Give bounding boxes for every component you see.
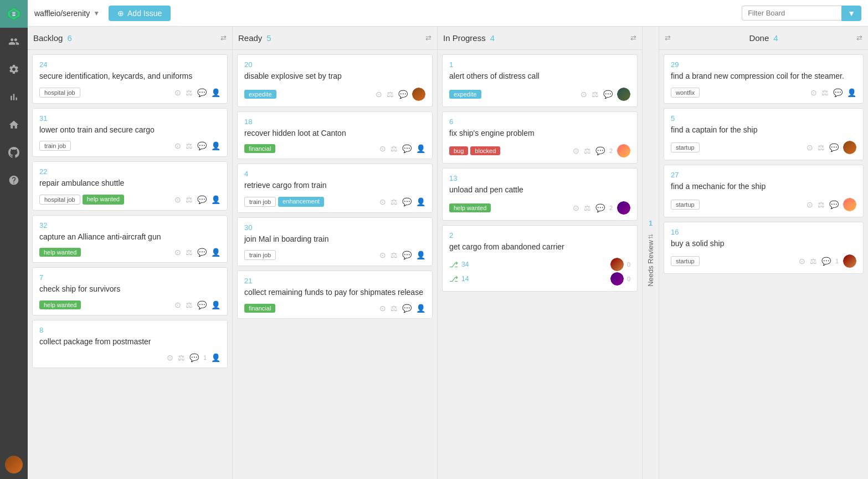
card-30[interactable]: 30 join Mal in boarding train train job … <box>237 217 433 267</box>
card-20[interactable]: 20 disable explosive set by trap expedit… <box>237 54 433 107</box>
card-27[interactable]: 27 find a mechanic for the ship startup … <box>664 165 864 217</box>
filter-button[interactable]: ▼ <box>841 6 861 21</box>
scale-icon[interactable]: ⚖ <box>186 248 193 257</box>
label-bug[interactable]: bug <box>449 146 468 155</box>
comment-icon[interactable]: 💬 <box>829 200 839 209</box>
comment-icon[interactable]: 💬 <box>197 300 207 309</box>
sidebar-help-icon[interactable] <box>0 166 28 194</box>
github-icon[interactable]: ⊙ <box>379 144 386 153</box>
scale-icon[interactable]: ⚖ <box>584 146 591 155</box>
comment-icon[interactable]: 💬 <box>833 88 843 97</box>
label-blocked[interactable]: blocked <box>470 146 500 155</box>
comment-icon[interactable]: 💬 <box>603 90 613 99</box>
scale-icon[interactable]: ⚖ <box>592 90 599 99</box>
label-financial[interactable]: financial <box>244 144 275 153</box>
card-32[interactable]: 32 capture an Alliance anti-aircraft gun… <box>32 215 228 263</box>
card-16[interactable]: 16 buy a solid ship startup ⊙ ⚖ 💬 1 <box>664 222 864 274</box>
label-help-wanted[interactable]: help wanted <box>449 203 491 212</box>
scale-icon[interactable]: ⚖ <box>810 257 817 266</box>
column-inprogress-arrows[interactable]: ⇄ <box>630 34 636 42</box>
github-icon[interactable]: ⊙ <box>379 251 386 259</box>
comment-icon[interactable]: 💬 <box>595 203 605 212</box>
assign-icon[interactable]: 👤 <box>416 197 425 206</box>
label-train-job[interactable]: train job <box>244 250 276 260</box>
scale-icon[interactable]: ⚖ <box>818 200 825 209</box>
scale-icon[interactable]: ⚖ <box>391 251 398 259</box>
scale-icon[interactable]: ⚖ <box>186 300 193 309</box>
card-8[interactable]: 8 collect package from postmaster ⊙ ⚖ 💬 … <box>32 320 228 368</box>
column-done-arrows-left[interactable]: ⇄ <box>665 34 671 42</box>
sidebar-settings-icon[interactable] <box>0 55 28 83</box>
card-22[interactable]: 22 repair ambulance shuttle hospital job… <box>32 161 228 211</box>
assign-icon[interactable]: 👤 <box>211 141 220 150</box>
github-icon[interactable]: ⊙ <box>379 304 386 313</box>
scale-icon[interactable]: ⚖ <box>584 203 591 212</box>
assign-icon[interactable]: 👤 <box>211 88 220 97</box>
card-5[interactable]: 5 find a captain for the ship startup ⊙ … <box>664 108 864 161</box>
comment-icon[interactable]: 💬 <box>197 141 207 150</box>
assign-icon[interactable]: 👤 <box>847 88 856 97</box>
label-train-job[interactable]: train job <box>244 197 276 207</box>
column-done-arrows[interactable]: ⇄ <box>856 34 862 42</box>
card-4[interactable]: 4 retrieve cargo from train train job en… <box>237 164 433 213</box>
sidebar-home-icon[interactable] <box>0 111 28 139</box>
comment-icon[interactable]: 💬 <box>402 197 412 206</box>
comment-icon[interactable]: 💬 <box>402 144 412 153</box>
scale-icon[interactable]: ⚖ <box>391 197 398 206</box>
card-13[interactable]: 13 unload and pen cattle help wanted ⊙ ⚖… <box>442 168 638 221</box>
card-1[interactable]: 1 alert others of distress call expedite… <box>442 54 638 107</box>
github-icon[interactable]: ⊙ <box>174 195 181 204</box>
scale-icon[interactable]: ⚖ <box>186 88 193 97</box>
assign-icon[interactable]: 👤 <box>416 144 425 153</box>
github-icon[interactable]: ⊙ <box>167 353 173 362</box>
comment-icon[interactable]: 💬 <box>197 88 207 97</box>
label-expedite[interactable]: expedite <box>449 90 481 99</box>
github-icon[interactable]: ⊙ <box>174 248 181 257</box>
assign-icon[interactable]: 👤 <box>211 353 220 362</box>
label-hospital-job[interactable]: hospital job <box>39 88 80 98</box>
column-ready-arrows[interactable]: ⇄ <box>425 34 432 42</box>
github-icon[interactable]: ⊙ <box>174 88 181 97</box>
scale-icon[interactable]: ⚖ <box>391 304 398 313</box>
comment-icon[interactable]: 💬 <box>821 257 831 266</box>
assign-icon[interactable]: 👤 <box>211 195 220 204</box>
label-startup[interactable]: startup <box>671 256 700 266</box>
column-backlog-arrows[interactable]: ⇄ <box>220 34 227 42</box>
card-24[interactable]: 24 secure identification, keycards, and … <box>32 54 228 104</box>
card-7[interactable]: 7 check ship for survivors help wanted ⊙… <box>32 267 228 315</box>
github-icon[interactable]: ⊙ <box>573 203 579 212</box>
label-enhancement[interactable]: enhancement <box>278 197 324 207</box>
card-6[interactable]: 6 fix ship's engine problem bug blocked … <box>442 111 638 164</box>
card-18[interactable]: 18 recover hidden loot at Canton financi… <box>237 111 433 160</box>
logo[interactable] <box>0 0 28 28</box>
comment-icon[interactable]: 💬 <box>197 248 207 257</box>
scale-icon[interactable]: ⚖ <box>186 141 193 150</box>
github-icon[interactable]: ⊙ <box>807 143 813 152</box>
sidebar-charts-icon[interactable] <box>0 83 28 111</box>
comment-icon[interactable]: 💬 <box>398 90 408 99</box>
github-icon[interactable]: ⊙ <box>174 300 181 309</box>
github-icon[interactable]: ⊙ <box>581 90 587 99</box>
label-help-wanted[interactable]: help wanted <box>39 248 81 257</box>
card-29[interactable]: 29 find a brand new compression coil for… <box>664 54 864 104</box>
scale-icon[interactable]: ⚖ <box>821 88 829 97</box>
card-31[interactable]: 31 lower onto train and secure cargo tra… <box>32 108 228 157</box>
label-financial[interactable]: financial <box>244 304 275 313</box>
comment-icon[interactable]: 💬 <box>829 143 839 152</box>
sidebar-github-icon[interactable] <box>0 139 28 166</box>
label-expedite[interactable]: expedite <box>244 90 276 99</box>
comment-icon[interactable]: 💬 <box>197 195 207 204</box>
scale-icon[interactable]: ⚖ <box>387 90 394 99</box>
github-icon[interactable]: ⊙ <box>174 141 181 150</box>
label-train-job[interactable]: train job <box>39 141 71 151</box>
column-needs-review[interactable]: 1 ⇄ Needs Review <box>643 27 659 479</box>
filter-input[interactable] <box>742 6 841 21</box>
comment-icon[interactable]: 💬 <box>402 251 412 259</box>
assign-icon[interactable]: 👤 <box>416 304 425 313</box>
scale-icon[interactable]: ⚖ <box>818 143 825 152</box>
comment-icon[interactable]: 💬 <box>595 146 605 155</box>
scale-icon[interactable]: ⚖ <box>178 353 185 362</box>
card-21[interactable]: 21 collect remaining funds to pay for sh… <box>237 271 433 319</box>
add-issue-button[interactable]: ⊕ Add Issue <box>109 6 171 21</box>
label-help-wanted[interactable]: help wanted <box>39 300 81 309</box>
